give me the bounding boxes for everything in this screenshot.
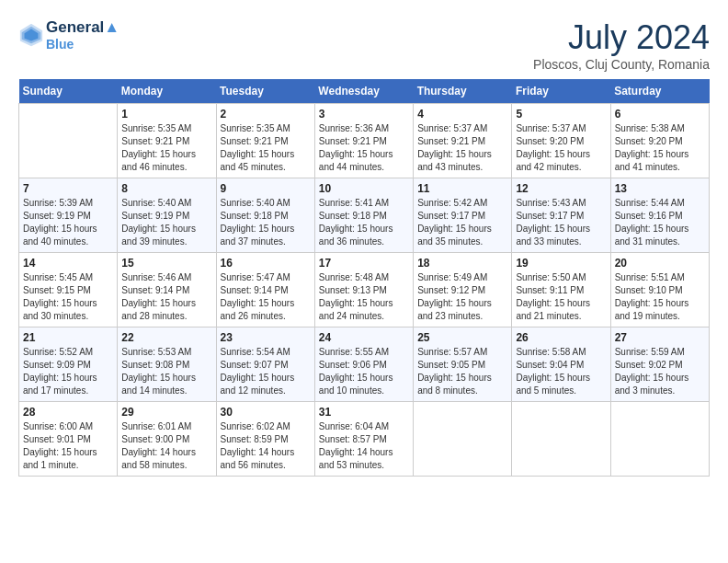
calendar-cell: 11Sunrise: 5:42 AMSunset: 9:17 PMDayligh… bbox=[414, 178, 512, 253]
day-number: 16 bbox=[221, 257, 311, 270]
calendar-cell: 3Sunrise: 5:36 AMSunset: 9:21 PMDaylight… bbox=[314, 104, 413, 178]
day-info: Sunrise: 5:57 AMSunset: 9:05 PMDaylight:… bbox=[417, 346, 507, 397]
day-info: Sunrise: 6:00 AMSunset: 9:01 PMDaylight:… bbox=[23, 420, 113, 472]
weekday-header-thursday: Thursday bbox=[414, 79, 512, 104]
day-number: 28 bbox=[23, 406, 113, 419]
day-info: Sunrise: 6:04 AMSunset: 8:57 PMDaylight:… bbox=[319, 420, 409, 472]
calendar-cell: 22Sunrise: 5:53 AMSunset: 9:08 PMDayligh… bbox=[118, 327, 216, 402]
calendar-cell: 10Sunrise: 5:41 AMSunset: 9:18 PMDayligh… bbox=[314, 178, 413, 253]
calendar-week-1: 1Sunrise: 5:35 AMSunset: 9:21 PMDaylight… bbox=[19, 104, 710, 178]
calendar-cell: 25Sunrise: 5:57 AMSunset: 9:05 PMDayligh… bbox=[414, 327, 512, 402]
day-number: 7 bbox=[23, 182, 113, 195]
day-number: 5 bbox=[516, 108, 606, 121]
weekday-header-sunday: Sunday bbox=[19, 79, 118, 104]
day-number: 15 bbox=[121, 257, 211, 270]
day-number: 1 bbox=[121, 108, 211, 121]
day-info: Sunrise: 5:39 AMSunset: 9:19 PMDaylight:… bbox=[23, 197, 113, 248]
day-info: Sunrise: 5:35 AMSunset: 9:21 PMDaylight:… bbox=[121, 122, 211, 174]
weekday-header-monday: Monday bbox=[118, 79, 216, 104]
day-info: Sunrise: 6:02 AMSunset: 8:59 PMDaylight:… bbox=[221, 420, 311, 472]
day-number: 22 bbox=[121, 331, 211, 344]
day-number: 30 bbox=[221, 406, 311, 419]
calendar-cell: 31Sunrise: 6:04 AMSunset: 8:57 PMDayligh… bbox=[314, 402, 413, 477]
day-info: Sunrise: 5:44 AMSunset: 9:16 PMDaylight:… bbox=[615, 197, 705, 248]
day-number: 20 bbox=[615, 257, 705, 270]
weekday-header-tuesday: Tuesday bbox=[216, 79, 314, 104]
calendar-week-4: 21Sunrise: 5:52 AMSunset: 9:09 PMDayligh… bbox=[19, 327, 710, 402]
day-info: Sunrise: 5:59 AMSunset: 9:02 PMDaylight:… bbox=[615, 346, 705, 397]
day-number: 12 bbox=[516, 182, 606, 195]
calendar-table: SundayMondayTuesdayWednesdayThursdayFrid… bbox=[18, 79, 710, 477]
calendar-cell: 6Sunrise: 5:38 AMSunset: 9:20 PMDaylight… bbox=[610, 104, 709, 178]
day-number: 29 bbox=[121, 406, 211, 419]
calendar-cell: 29Sunrise: 6:01 AMSunset: 9:00 PMDayligh… bbox=[118, 402, 216, 477]
page-header: General▲ Blue July 2024 Ploscos, Cluj Co… bbox=[18, 18, 710, 72]
logo-icon bbox=[18, 22, 44, 48]
day-number: 9 bbox=[221, 182, 311, 195]
day-info: Sunrise: 5:38 AMSunset: 9:20 PMDaylight:… bbox=[615, 122, 705, 174]
calendar-cell: 18Sunrise: 5:49 AMSunset: 9:12 PMDayligh… bbox=[414, 253, 512, 327]
calendar-cell: 20Sunrise: 5:51 AMSunset: 9:10 PMDayligh… bbox=[610, 253, 709, 327]
day-info: Sunrise: 5:40 AMSunset: 9:18 PMDaylight:… bbox=[221, 197, 311, 248]
day-info: Sunrise: 5:43 AMSunset: 9:17 PMDaylight:… bbox=[516, 197, 606, 248]
day-info: Sunrise: 5:47 AMSunset: 9:14 PMDaylight:… bbox=[221, 271, 311, 323]
calendar-cell: 21Sunrise: 5:52 AMSunset: 9:09 PMDayligh… bbox=[19, 327, 118, 402]
calendar-week-2: 7Sunrise: 5:39 AMSunset: 9:19 PMDaylight… bbox=[19, 178, 710, 253]
calendar-cell: 17Sunrise: 5:48 AMSunset: 9:13 PMDayligh… bbox=[314, 253, 413, 327]
day-info: Sunrise: 5:37 AMSunset: 9:20 PMDaylight:… bbox=[516, 122, 606, 174]
day-info: Sunrise: 5:45 AMSunset: 9:15 PMDaylight:… bbox=[23, 271, 113, 323]
calendar-cell bbox=[414, 402, 512, 477]
day-number: 23 bbox=[221, 331, 311, 344]
calendar-cell: 8Sunrise: 5:40 AMSunset: 9:19 PMDaylight… bbox=[118, 178, 216, 253]
calendar-cell bbox=[610, 402, 709, 477]
day-info: Sunrise: 5:46 AMSunset: 9:14 PMDaylight:… bbox=[121, 271, 211, 323]
title-section: July 2024 Ploscos, Cluj County, Romania bbox=[533, 18, 710, 72]
day-number: 24 bbox=[319, 331, 409, 344]
day-info: Sunrise: 6:01 AMSunset: 9:00 PMDaylight:… bbox=[121, 420, 211, 472]
calendar-cell: 15Sunrise: 5:46 AMSunset: 9:14 PMDayligh… bbox=[118, 253, 216, 327]
calendar-cell: 2Sunrise: 5:35 AMSunset: 9:21 PMDaylight… bbox=[216, 104, 314, 178]
calendar-cell: 19Sunrise: 5:50 AMSunset: 9:11 PMDayligh… bbox=[512, 253, 610, 327]
day-number: 27 bbox=[615, 331, 705, 344]
calendar-cell: 14Sunrise: 5:45 AMSunset: 9:15 PMDayligh… bbox=[19, 253, 118, 327]
calendar-cell bbox=[19, 104, 118, 178]
day-number: 3 bbox=[319, 108, 409, 121]
calendar-cell bbox=[512, 402, 610, 477]
day-number: 31 bbox=[319, 406, 409, 419]
day-number: 17 bbox=[319, 257, 409, 270]
calendar-cell: 23Sunrise: 5:54 AMSunset: 9:07 PMDayligh… bbox=[216, 327, 314, 402]
day-info: Sunrise: 5:49 AMSunset: 9:12 PMDaylight:… bbox=[417, 271, 507, 323]
day-info: Sunrise: 5:37 AMSunset: 9:21 PMDaylight:… bbox=[417, 122, 507, 174]
calendar-cell: 30Sunrise: 6:02 AMSunset: 8:59 PMDayligh… bbox=[216, 402, 314, 477]
calendar-cell: 24Sunrise: 5:55 AMSunset: 9:06 PMDayligh… bbox=[314, 327, 413, 402]
calendar-cell: 16Sunrise: 5:47 AMSunset: 9:14 PMDayligh… bbox=[216, 253, 314, 327]
weekday-header-row: SundayMondayTuesdayWednesdayThursdayFrid… bbox=[19, 79, 710, 104]
weekday-header-saturday: Saturday bbox=[610, 79, 709, 104]
weekday-header-friday: Friday bbox=[512, 79, 610, 104]
calendar-cell: 4Sunrise: 5:37 AMSunset: 9:21 PMDaylight… bbox=[414, 104, 512, 178]
calendar-cell: 1Sunrise: 5:35 AMSunset: 9:21 PMDaylight… bbox=[118, 104, 216, 178]
calendar-week-5: 28Sunrise: 6:00 AMSunset: 9:01 PMDayligh… bbox=[19, 402, 710, 477]
logo: General▲ Blue bbox=[18, 18, 119, 52]
calendar-cell: 27Sunrise: 5:59 AMSunset: 9:02 PMDayligh… bbox=[610, 327, 709, 402]
day-number: 6 bbox=[615, 108, 705, 121]
day-info: Sunrise: 5:52 AMSunset: 9:09 PMDaylight:… bbox=[23, 346, 113, 397]
day-number: 25 bbox=[417, 331, 507, 344]
calendar-week-3: 14Sunrise: 5:45 AMSunset: 9:15 PMDayligh… bbox=[19, 253, 710, 327]
day-info: Sunrise: 5:51 AMSunset: 9:10 PMDaylight:… bbox=[615, 271, 705, 323]
day-info: Sunrise: 5:58 AMSunset: 9:04 PMDaylight:… bbox=[516, 346, 606, 397]
day-number: 14 bbox=[23, 257, 113, 270]
day-number: 4 bbox=[417, 108, 507, 121]
day-number: 21 bbox=[23, 331, 113, 344]
day-info: Sunrise: 5:50 AMSunset: 9:11 PMDaylight:… bbox=[516, 271, 606, 323]
day-info: Sunrise: 5:35 AMSunset: 9:21 PMDaylight:… bbox=[221, 122, 311, 174]
day-info: Sunrise: 5:36 AMSunset: 9:21 PMDaylight:… bbox=[319, 122, 409, 174]
day-info: Sunrise: 5:55 AMSunset: 9:06 PMDaylight:… bbox=[319, 346, 409, 397]
day-number: 8 bbox=[121, 182, 211, 195]
weekday-header-wednesday: Wednesday bbox=[314, 79, 413, 104]
calendar-cell: 5Sunrise: 5:37 AMSunset: 9:20 PMDaylight… bbox=[512, 104, 610, 178]
day-info: Sunrise: 5:40 AMSunset: 9:19 PMDaylight:… bbox=[121, 197, 211, 248]
day-info: Sunrise: 5:42 AMSunset: 9:17 PMDaylight:… bbox=[417, 197, 507, 248]
day-info: Sunrise: 5:54 AMSunset: 9:07 PMDaylight:… bbox=[221, 346, 311, 397]
day-number: 13 bbox=[615, 182, 705, 195]
